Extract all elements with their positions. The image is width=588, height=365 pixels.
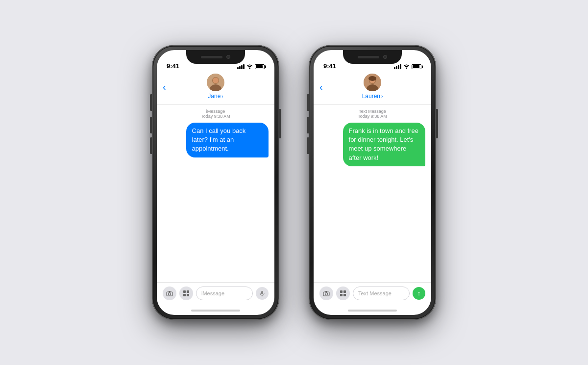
svg-rect-11 [261,291,263,294]
svg-point-20 [325,293,328,295]
avatar-lauren [364,74,381,91]
speaker-right [358,56,379,58]
signal-bars-right [394,64,401,69]
status-icons-right [394,64,421,70]
message-bubble-left: Can I call you back later? I'm at an app… [186,123,269,157]
phone-screen-right: 9:41 ‹ [314,50,431,315]
home-indicator-left [157,306,274,315]
status-time-right: 9:41 [323,62,336,70]
svg-rect-21 [325,291,327,292]
camera-right [383,55,387,59]
signal-bars-left [237,64,245,69]
apps-button-right[interactable] [336,287,350,300]
wifi-icon-left [246,64,253,70]
apps-button-left[interactable] [179,287,193,300]
camera-button-left[interactable] [163,287,176,300]
home-bar-left [191,310,240,312]
nav-header-left: ‹ Jane › [157,72,274,105]
send-button-right[interactable]: ↑ [413,287,425,300]
svg-point-3 [213,78,219,83]
messages-area-right: Text Message Today 9:38 AM Frank is in t… [314,105,431,282]
message-meta-right: Text Message Today 9:38 AM [319,109,425,119]
phone-left: 9:41 ‹ [152,45,279,320]
text-message-input-right[interactable]: Text Message [353,287,410,300]
svg-rect-8 [187,290,189,293]
svg-rect-10 [187,294,189,296]
status-icons-left [237,64,265,70]
contact-name-left[interactable]: Jane › [208,93,223,100]
message-bubble-right: Frank is in town and free for dinner ton… [343,123,425,166]
svg-rect-22 [340,290,343,293]
audio-button-left[interactable] [256,287,269,300]
status-time-left: 9:41 [167,62,179,70]
wifi-icon-right [403,64,410,70]
nav-header-right: ‹ Lauren › [314,72,431,105]
svg-rect-7 [183,290,186,293]
send-arrow-icon: ↑ [417,290,421,296]
contact-info-left[interactable]: Jane › [207,74,224,100]
svg-rect-6 [169,291,171,292]
speaker-left [201,56,222,58]
notch-left [186,50,245,64]
back-button-left[interactable]: ‹ [163,82,166,92]
svg-rect-23 [343,290,346,293]
battery-icon-right [412,64,421,69]
svg-point-18 [368,76,376,81]
home-indicator-right [314,306,431,315]
svg-rect-9 [183,294,186,296]
svg-rect-25 [343,294,346,296]
avatar-jane [207,74,224,91]
contact-name-right[interactable]: Lauren › [362,93,383,100]
phone-screen-left: 9:41 ‹ [157,50,274,315]
battery-icon-left [255,64,265,69]
home-bar-right [348,310,397,312]
contact-info-right[interactable]: Lauren › [362,74,383,100]
input-bar-right: Text Message ↑ [314,282,431,306]
notch-right [343,50,402,64]
svg-rect-24 [340,294,343,296]
svg-point-5 [169,293,171,295]
camera-left [226,55,230,59]
message-meta-left: iMessage Today 9:38 AM [163,109,269,119]
chevron-right-right: › [381,94,383,99]
input-bar-left: iMessage [157,282,274,306]
camera-button-right[interactable] [319,287,333,300]
chevron-right-left: › [221,94,223,99]
imessage-input-left[interactable]: iMessage [196,287,253,300]
back-button-right[interactable]: ‹ [319,82,323,92]
phone-right: 9:41 ‹ [309,45,436,320]
messages-area-left: iMessage Today 9:38 AM Can I call you ba… [157,105,274,282]
